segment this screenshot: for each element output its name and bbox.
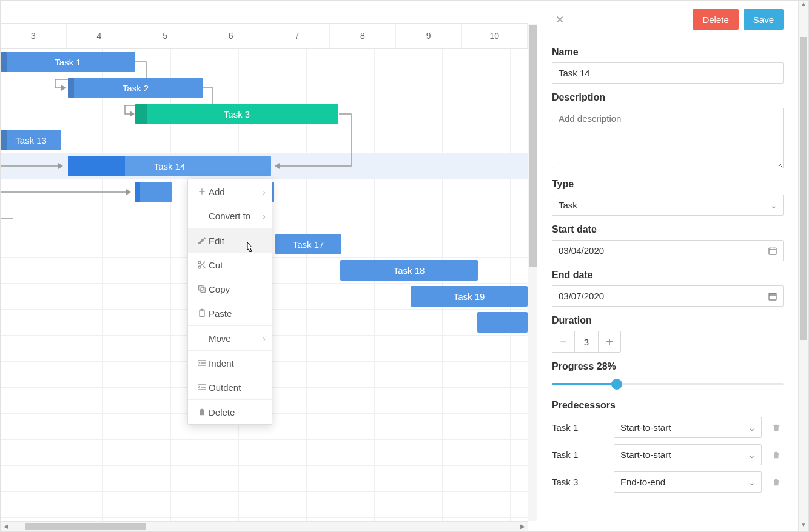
menu-label: Delete <box>209 407 235 417</box>
progress-label: Progress 28% <box>552 361 784 372</box>
timeline-header-days: 3 4 5 6 7 8 9 10 <box>1 24 528 49</box>
day-cell: 5 <box>132 24 198 48</box>
predecessor-row: Task 3 End-to-end⌄ <box>552 471 784 493</box>
context-menu-delete[interactable]: Delete <box>188 400 272 424</box>
slider-thumb[interactable] <box>611 379 622 390</box>
day-cell: 3 <box>1 24 67 48</box>
predecessor-task: Task 1 <box>552 450 606 460</box>
menu-label: Move <box>209 333 231 344</box>
context-menu-edit[interactable]: Edit <box>188 228 272 253</box>
duration-label: Duration <box>552 315 784 326</box>
type-label: Type <box>552 179 784 190</box>
description-label: Description <box>552 92 784 103</box>
start-date-input[interactable] <box>552 240 784 261</box>
type-select[interactable]: Task <box>552 195 784 216</box>
slider-fill <box>552 383 617 385</box>
context-menu: Add › Convert to › Edit Cut Copy <box>187 179 272 425</box>
row-bg <box>1 492 538 518</box>
timeline-header-upper <box>1 1 528 24</box>
row-bg <box>1 127 538 153</box>
task-bar-task19[interactable]: Task 19 <box>411 286 528 307</box>
task-bar-task3[interactable]: Task 3 <box>135 104 338 124</box>
gantt-chart: 3 4 5 6 7 8 9 10 <box>1 1 538 531</box>
gantt-app: 3 4 5 6 7 8 9 10 <box>0 0 809 532</box>
day-cell: 8 <box>330 24 396 48</box>
gantt-horizontal-scrollbar[interactable]: ◀ ▶ <box>1 521 528 531</box>
panel-vertical-scrollbar[interactable]: ▲ ▼ <box>798 1 808 531</box>
delete-predecessor-button[interactable] <box>769 420 784 436</box>
plus-icon <box>195 187 209 196</box>
scroll-down-icon[interactable]: ▼ <box>799 521 808 531</box>
delete-predecessor-button[interactable] <box>769 474 784 490</box>
task-bar-task17[interactable]: Task 17 <box>275 234 341 254</box>
chevron-right-icon: › <box>263 211 266 221</box>
end-date-input[interactable] <box>552 285 784 307</box>
description-input[interactable] <box>552 108 784 168</box>
row-bg <box>1 440 538 466</box>
context-menu-convert[interactable]: Convert to › <box>188 204 272 228</box>
menu-label: Convert to <box>209 211 250 221</box>
predecessor-task: Task 1 <box>552 422 606 433</box>
svg-point-6 <box>198 261 201 264</box>
row-bg <box>1 466 538 492</box>
scrollbar-thumb[interactable] <box>800 37 807 340</box>
scrollbar-thumb[interactable] <box>529 25 537 267</box>
task-bar[interactable] <box>135 182 172 202</box>
task-label: Task 13 <box>15 135 47 145</box>
end-date-label: End date <box>552 270 784 281</box>
duration-value: 3 <box>574 331 599 352</box>
start-date-label: Start date <box>552 224 784 235</box>
progress-slider[interactable] <box>552 377 784 391</box>
task-bar[interactable] <box>477 312 528 333</box>
menu-label: Add <box>209 187 225 197</box>
name-input[interactable] <box>552 62 784 84</box>
day-cell: 7 <box>264 24 331 48</box>
menu-label: Paste <box>209 308 232 319</box>
save-button[interactable]: Save <box>744 9 784 30</box>
chevron-right-icon: › <box>263 333 266 344</box>
predecessor-link-select[interactable]: Start-to-start <box>614 444 762 465</box>
task-bar-task18[interactable]: Task 18 <box>340 260 478 281</box>
task-bar-task1[interactable]: Task 1 <box>1 52 135 72</box>
delete-predecessor-button[interactable] <box>769 447 784 463</box>
context-menu-indent[interactable]: Indent <box>188 351 272 375</box>
increment-button[interactable]: + <box>599 331 620 352</box>
task-label: Task 14 <box>154 161 186 171</box>
task-label: Task 3 <box>224 109 250 119</box>
task-label: Task 17 <box>293 239 324 250</box>
task-label: Task 19 <box>454 291 485 302</box>
day-cell: 6 <box>198 24 264 48</box>
close-icon[interactable] <box>552 12 568 27</box>
predecessor-link-select[interactable]: Start-to-start <box>614 417 762 438</box>
task-bar-task14-selected[interactable]: Task 14 <box>68 156 271 176</box>
day-cell: 10 <box>462 24 528 48</box>
day-cell: 4 <box>67 24 133 48</box>
task-bar-task13[interactable]: Task 13 <box>1 130 61 150</box>
scroll-up-icon[interactable]: ▲ <box>799 1 808 11</box>
day-cell: 9 <box>396 24 462 48</box>
context-menu-paste[interactable]: Paste <box>188 301 272 325</box>
name-label: Name <box>552 47 784 58</box>
scroll-right-icon[interactable]: ▶ <box>517 522 528 531</box>
predecessor-row: Task 1 Start-to-start⌄ <box>552 417 784 438</box>
scroll-left-icon[interactable]: ◀ <box>1 522 11 531</box>
predecessor-link-select[interactable]: End-to-end <box>614 471 762 493</box>
trash-icon <box>195 407 209 417</box>
context-menu-move[interactable]: Move › <box>188 326 272 350</box>
outdent-icon <box>195 382 209 392</box>
context-menu-copy[interactable]: Copy <box>188 277 272 301</box>
context-menu-cut[interactable]: Cut <box>188 253 272 277</box>
menu-label: Indent <box>209 358 234 368</box>
predecessor-task: Task 3 <box>552 477 606 487</box>
context-menu-outdent[interactable]: Outdent <box>188 375 272 399</box>
menu-label: Edit <box>209 236 224 246</box>
scrollbar-thumb[interactable] <box>25 523 146 530</box>
delete-button[interactable]: Delete <box>693 9 738 30</box>
decrement-button[interactable]: − <box>552 331 574 352</box>
indent-icon <box>195 358 209 368</box>
task-label: Task 2 <box>123 83 149 93</box>
context-menu-add[interactable]: Add › <box>188 179 272 204</box>
task-label: Task 1 <box>55 57 81 67</box>
copy-icon <box>195 284 209 294</box>
task-bar-task2[interactable]: Task 2 <box>68 78 203 98</box>
